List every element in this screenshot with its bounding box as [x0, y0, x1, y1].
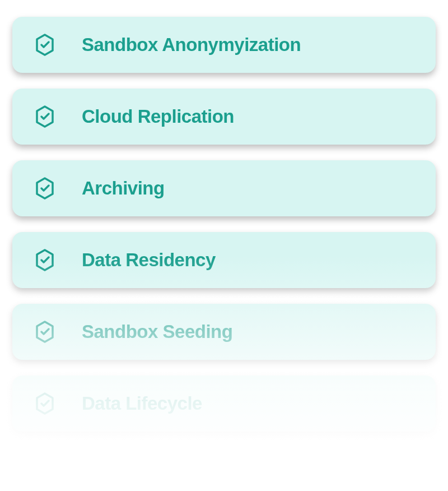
feature-card-data-lifecycle[interactable]: Data Lifecycle — [12, 376, 436, 432]
hexagon-check-icon — [32, 319, 57, 344]
feature-label: Sandbox Anonymyization — [82, 34, 301, 55]
feature-card-archiving[interactable]: Archiving — [12, 160, 436, 216]
hexagon-check-icon — [32, 104, 57, 129]
hexagon-check-icon — [32, 33, 57, 57]
feature-card-sandbox-seeding[interactable]: Sandbox Seeding — [12, 304, 436, 360]
hexagon-check-icon — [32, 248, 57, 272]
feature-label: Archiving — [82, 178, 165, 199]
feature-label: Data Residency — [82, 249, 216, 271]
feature-card-data-residency[interactable]: Data Residency — [12, 232, 436, 288]
feature-label: Sandbox Seeding — [82, 321, 232, 342]
hexagon-check-icon — [32, 176, 57, 201]
feature-card-sandbox-anonymization[interactable]: Sandbox Anonymyization — [12, 17, 436, 73]
feature-list: Sandbox Anonymyization Cloud Replication… — [0, 0, 448, 448]
feature-label: Cloud Replication — [82, 106, 234, 127]
feature-card-cloud-replication[interactable]: Cloud Replication — [12, 89, 436, 145]
feature-label: Data Lifecycle — [82, 393, 202, 414]
hexagon-check-icon — [32, 391, 57, 416]
